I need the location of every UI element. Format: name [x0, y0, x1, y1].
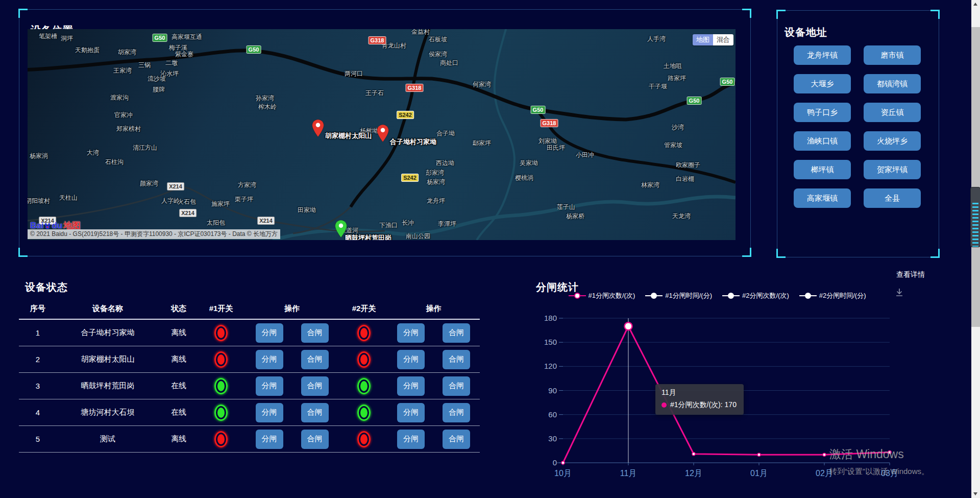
map-type-toggle[interactable]: 地图 混合 — [693, 34, 733, 45]
page-scrollbar[interactable] — [971, 0, 980, 498]
map-place-label: 火石包 — [178, 198, 196, 206]
town-button[interactable]: 龙舟坪镇 — [794, 45, 851, 65]
map-place-label: 杨家湾 — [427, 178, 445, 186]
road-badge-g50: G50 — [687, 97, 702, 105]
map-place-label: 杨家桥 — [566, 212, 584, 221]
address-panel-title: 设备地址 — [785, 26, 827, 39]
table-row: 2胡家棚村太阳山离线分闸合闸分闸合闸 — [19, 346, 480, 373]
trip-statistics-panel: 分闸统计 查看详情 #1分闸次数/(次)#1分闸时间/(分)#2分闸次数/(次)… — [528, 268, 937, 497]
table-row: 4塘坊河村大石坝在线分闸合闸分闸合闸 — [19, 399, 480, 426]
road-badge-g50: G50 — [153, 34, 167, 42]
town-button[interactable]: 都镇湾镇 — [864, 74, 921, 93]
close-switch-button[interactable]: 合闸 — [443, 350, 470, 369]
map-pin-icon[interactable] — [312, 120, 324, 139]
map-place-label: 土地咀 — [664, 62, 682, 70]
scroll-down-arrow-icon[interactable] — [973, 492, 977, 495]
map-place-label: 三锅 — [138, 61, 151, 69]
map-type-hybrid-button[interactable]: 混合 — [713, 34, 733, 45]
map-place-label: 渡家沟 — [110, 93, 129, 102]
table-row: 1合子坳村习家坳离线分闸合闸分闸合闸 — [19, 320, 480, 346]
map-copyright: © 2021 Baidu - GS(2019)5218号 - 甲测资字11009… — [28, 229, 280, 239]
map-place-label: 胡家湾 — [118, 48, 136, 57]
baidu-map[interactable]: 笔架槽洞坪天鹅抱蛋胡家湾高家堰互通梅子溪紫金寨二墩三锅王家湾沁水坪流沙坡腰牌渡家… — [28, 29, 736, 240]
switch1-actions: 分闸合闸 — [243, 403, 340, 422]
road-badge-x214: X214 — [167, 182, 184, 191]
open-switch-button[interactable]: 分闸 — [397, 430, 425, 449]
town-button[interactable]: 高家堰镇 — [794, 188, 851, 208]
map-place-label: 天鹅抱蛋 — [75, 46, 100, 55]
svg-text:02月: 02月 — [816, 469, 833, 478]
close-switch-button[interactable]: 合闸 — [443, 403, 470, 422]
switch1-indicator-red — [214, 351, 228, 368]
table-row: 5测试离线分闸合闸分闸合闸 — [19, 426, 480, 453]
map-place-label: 杨家淌 — [30, 152, 48, 160]
row-index: 5 — [19, 435, 57, 443]
map-place-label: 李潭坪 — [438, 220, 456, 228]
scrollbar-thumb[interactable] — [971, 27, 980, 327]
map-place-label: 西边坳 — [436, 159, 454, 168]
open-switch-button[interactable]: 分闸 — [397, 323, 425, 343]
close-switch-button[interactable]: 合闸 — [301, 376, 329, 396]
device-name: 塘坊河村大石坝 — [57, 408, 159, 417]
map-place-label: 干子堰 — [649, 82, 667, 91]
view-details-link[interactable]: 查看详情 — [896, 270, 925, 279]
town-button[interactable]: 渔峡口镇 — [794, 131, 851, 151]
tooltip-month: 11月 — [662, 388, 737, 397]
switch1-indicator-green — [214, 405, 228, 421]
close-switch-button[interactable]: 合闸 — [443, 430, 470, 449]
svg-text:30: 30 — [548, 434, 557, 443]
close-switch-button[interactable]: 合闸 — [443, 376, 470, 396]
town-button[interactable]: 大堰乡 — [794, 74, 851, 93]
open-switch-button[interactable]: 分闸 — [256, 323, 283, 343]
switch1-actions: 分闸合闸 — [243, 430, 340, 449]
town-button[interactable]: 贺家坪镇 — [864, 160, 921, 179]
town-button[interactable]: 榔坪镇 — [794, 160, 851, 179]
town-button[interactable]: 火烧坪乡 — [864, 131, 921, 151]
open-switch-button[interactable]: 分闸 — [397, 403, 425, 422]
map-place-label: 官家冲 — [114, 111, 133, 120]
map-place-label: 天龙湾 — [672, 212, 691, 221]
open-switch-button[interactable]: 分闸 — [397, 350, 425, 369]
panel-corner-decoration — [742, 9, 751, 18]
town-button[interactable]: 鸭子口乡 — [794, 103, 851, 122]
map-place-label: 侯家湾 — [429, 50, 447, 59]
road-badge-s242: S242 — [397, 111, 414, 119]
close-switch-button[interactable]: 合闸 — [301, 350, 329, 369]
town-button[interactable]: 磨市镇 — [864, 45, 921, 65]
switch1-cell — [199, 405, 243, 421]
switch1-cell — [199, 431, 243, 447]
map-type-map-button[interactable]: 地图 — [693, 34, 713, 45]
switch1-indicator-red — [214, 325, 228, 341]
open-switch-button[interactable]: 分闸 — [256, 376, 283, 396]
map-place-label: 王家湾 — [113, 66, 132, 75]
row-index: 2 — [19, 355, 57, 364]
switch2-actions: 分闸合闸 — [387, 350, 480, 369]
map-place-label: 樱桃淌 — [515, 174, 533, 182]
map-place-label: 人手湾 — [647, 35, 666, 43]
town-button[interactable]: 全县 — [864, 188, 921, 208]
open-switch-button[interactable]: 分闸 — [256, 350, 283, 369]
road-badge-g318: G318 — [406, 84, 424, 92]
scroll-up-arrow-icon[interactable] — [973, 3, 977, 6]
map-place-label: 腰牌 — [153, 85, 165, 94]
table-column-header: #2开关 — [340, 304, 387, 314]
open-switch-button[interactable]: 分闸 — [256, 430, 283, 449]
map-pin-icon[interactable] — [377, 125, 389, 144]
town-button[interactable]: 资丘镇 — [864, 103, 921, 122]
panel-corner-decoration — [742, 248, 751, 257]
open-switch-button[interactable]: 分闸 — [256, 403, 283, 422]
close-switch-button[interactable]: 合闸 — [301, 430, 329, 449]
close-switch-button[interactable]: 合闸 — [301, 403, 329, 422]
map-place-label: 阴阳坡村 — [28, 197, 50, 205]
map-place-label: 栗子坪 — [235, 195, 253, 204]
open-switch-button[interactable]: 分闸 — [397, 376, 425, 396]
map-place-label: 人字岭 — [161, 197, 180, 205]
map-place-label: 洞坪 — [61, 34, 73, 43]
device-status: 离线 — [159, 328, 199, 338]
switch2-indicator-green — [357, 405, 371, 421]
map-place-label: 石柱沟 — [105, 158, 124, 167]
close-switch-button[interactable]: 合闸 — [443, 323, 470, 343]
panel-corner-decoration — [776, 249, 786, 258]
close-switch-button[interactable]: 合闸 — [301, 323, 329, 343]
map-place-label: 鄢家坪 — [473, 139, 491, 148]
